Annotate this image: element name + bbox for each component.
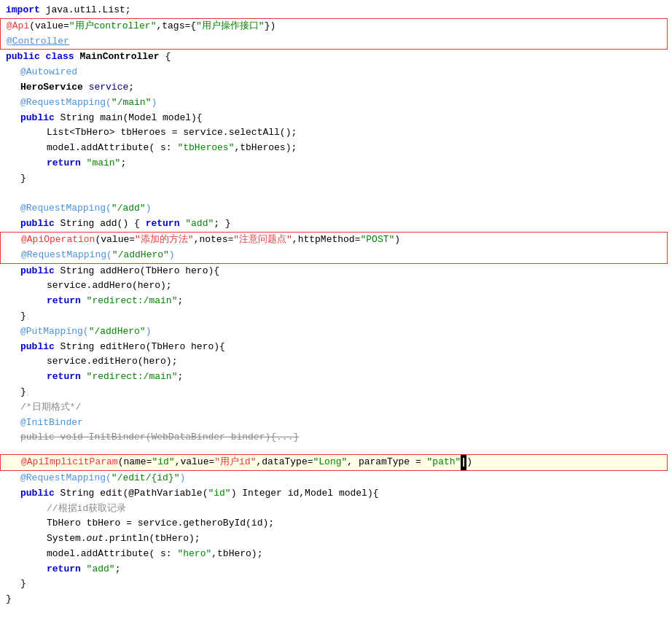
code-line-addattribute-hero: model.addAttribute( s: "hero",tbHero); [0,547,672,562]
code-text-out: out [87,531,103,547]
code-text: List<TbHero> tbHeroes = service.selectAl… [47,125,297,141]
string-value: "main" [87,156,121,171]
code-text: } [20,577,26,592]
code-line-autowired: @Autowired [0,65,672,80]
string-paramtype: "path" [427,455,461,470]
string-value: "添加的方法" [135,233,194,248]
annotation: @PutMapping( [20,324,89,340]
code-text: String add() { [60,217,146,232]
keyword: public [20,111,60,126]
code-line-putmapping: @PutMapping("/addHero") [0,324,672,340]
code-line-empty [0,187,672,202]
comment: /*日期格式*/ [20,400,81,416]
code-line-heroservice: HeroService service; [0,80,672,95]
code-line-requestmapping-edit: @RequestMapping("/edit/{id}") [0,471,672,486]
code-text: ; [177,370,183,385]
code-text: service.addHero(hero); [47,278,172,294]
code-text: ,tags={ [156,19,196,34]
code-text: ) [394,233,400,248]
code-text: (value= [95,233,135,248]
keyword: public [20,217,60,232]
string-notes: "注意问题点" [233,233,292,248]
annotation: @ApiImplicitParam [21,455,118,470]
code-line-comment-date: /*日期格式*/ [0,400,672,416]
code-text: ,dataType= [256,455,313,470]
code-line-sysout: System.out.println(tbHero); [0,531,672,547]
code-line-controller: @Controller [1,34,667,50]
keyword: return [47,562,87,577]
string-value: "/add" [112,201,146,217]
string-value: "/addHero" [112,248,169,263]
code-text: String main(Model model){ [60,111,203,126]
string-value-cn: "用户id" [214,455,256,470]
annotation: ) [179,471,185,486]
annotation: @Autowired [20,65,77,80]
annotation: ) [146,324,152,340]
code-line-addhero-method: public String addHero(TbHero hero){ [0,264,672,279]
code-text: ,httpMethod= [292,233,361,248]
string-value: "add" [87,562,115,577]
code-text: } [20,385,26,400]
code-text: model.addAttribute( s: [47,141,177,156]
keyword: return [47,156,87,171]
code-line-apiimplicitparam: @ApiImplicitParam(name="id",value="用户id"… [1,455,667,470]
string-value: "redirect:/main" [87,294,178,309]
annotation: @RequestMapping( [20,201,112,217]
type-name: HeroService [20,80,89,95]
string-value: "id" [208,486,230,502]
code-text: ,tbHero); [211,547,262,562]
string-value: "redirect:/main" [87,370,178,385]
code-text: { [165,50,171,65]
code-line-service-edithero: service.editHero(hero); [0,354,672,370]
code-text: TbHero tbHero = service.getheroById(id); [47,516,274,531]
code-line-edit-method: public String edit(@PathVariable("id") I… [0,486,672,502]
code-line-tbhero: TbHero tbHero = service.getheroById(id); [0,516,672,531]
code-text: ; [120,156,126,171]
code-text: String edit(@PathVariable( [60,486,208,502]
keyword: public [20,486,60,502]
code-line-list: List<TbHero> tbHeroes = service.selectAl… [0,125,672,141]
code-line-return-redirect: return "redirect:/main"; [0,294,672,309]
code-line-initbinder-method: public void InitBinder(WebDataBinder bin… [0,430,672,445]
code-text: .println(tbHero); [103,531,200,547]
string-value: "tbHeroes" [177,141,234,156]
annotation: @RequestMapping( [20,95,112,111]
code-editor: import java.util.List; @Api(value="用户con… [0,0,672,610]
code-line-api: @Api(value="用户controller",tags={"用户操作接口"… [1,19,667,34]
annotation: @RequestMapping( [21,248,112,263]
field-name: service [89,80,129,95]
code-text: String editHero(TbHero hero){ [60,340,225,355]
keyword: return [146,217,186,232]
code-text: ; [177,294,183,309]
code-text: String addHero(TbHero hero){ [60,264,219,279]
code-text: ) Integer id,Model model){ [231,486,379,502]
string-value: "add" [185,217,214,232]
string-name: "id" [152,455,174,470]
code-line-service-addhero: service.addHero(hero); [0,278,672,294]
string-value: "/main" [112,95,152,111]
code-text: java.util.List; [46,3,131,18]
code-line-edithero-method: public String editHero(TbHero hero){ [0,340,672,355]
code-text: ,notes= [194,233,234,248]
annotation: @Api [7,19,29,34]
code-line-close-addhero: } [0,309,672,324]
code-line-close-main: } [0,171,672,187]
code-line-requestmapping-main: @RequestMapping("/main") [0,95,672,111]
string-value: "/addHero" [89,324,146,340]
code-text: (value= [29,19,69,34]
cursor: | [461,455,466,470]
comment: //根据id获取记录 [47,502,126,517]
code-line-close-edit: } [0,577,672,592]
code-text: System. [47,531,87,547]
code-line-class: public class MainController { [0,50,672,65]
string-value: "hero" [177,547,211,562]
strikethrough-text: public void InitBinder(WebDataBinder bin… [20,430,299,445]
code-text: ; [115,562,121,577]
code-text: } [6,592,12,607]
string-datatype: "Long" [313,455,348,470]
keyword: return [47,370,87,385]
class-name: MainController [79,50,165,65]
code-line-close-edithero: } [0,385,672,400]
code-text: ,tbHeroes); [234,141,297,156]
annotation: @InitBinder [20,416,83,431]
